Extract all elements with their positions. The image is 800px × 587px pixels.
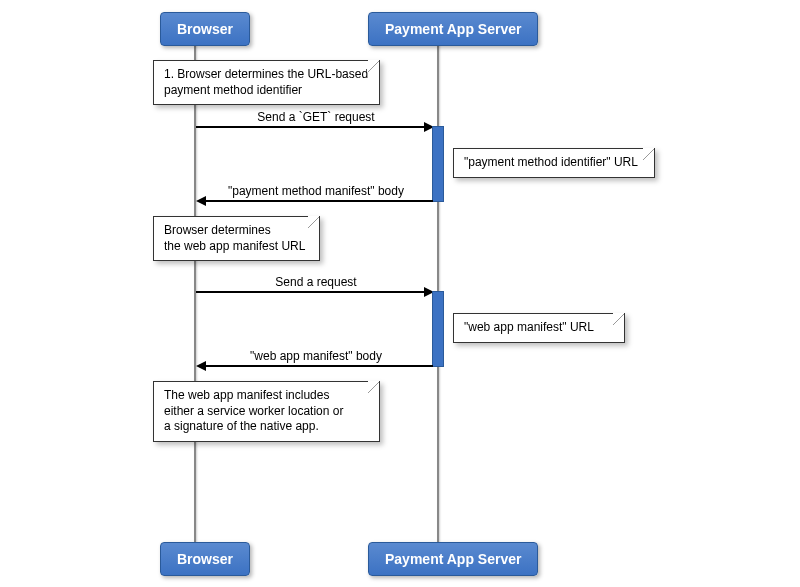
msg-send-request-arrow: [196, 291, 428, 293]
msg-pmm-body-label: "payment method manifest" body: [200, 184, 432, 198]
msg-wam-body-label: "web app manifest" body: [200, 349, 432, 363]
lifeline-browser: [194, 44, 196, 542]
participant-server-bottom: Payment App Server: [368, 542, 538, 576]
activation-server-1: [432, 126, 444, 202]
arrow-head-icon: [196, 196, 206, 206]
msg-pmm-body-arrow: [206, 200, 433, 202]
note-wam-url: "web app manifest" URL: [453, 313, 625, 343]
activation-server-2: [432, 291, 444, 367]
participant-browser-bottom: Browser: [160, 542, 250, 576]
note-wam-url-determine: Browser determines the web app manifest …: [153, 216, 320, 261]
msg-get-request-label: Send a `GET` request: [200, 110, 432, 124]
msg-send-request-label: Send a request: [200, 275, 432, 289]
participant-server-top: Payment App Server: [368, 12, 538, 46]
msg-get-request-arrow: [196, 126, 428, 128]
note-wam-includes: The web app manifest includes either a s…: [153, 381, 380, 442]
msg-wam-body-arrow: [206, 365, 433, 367]
note-pmi-url: "payment method identifier" URL: [453, 148, 655, 178]
note-step1: 1. Browser determines the URL-based paym…: [153, 60, 380, 105]
arrow-head-icon: [196, 361, 206, 371]
participant-browser-top: Browser: [160, 12, 250, 46]
